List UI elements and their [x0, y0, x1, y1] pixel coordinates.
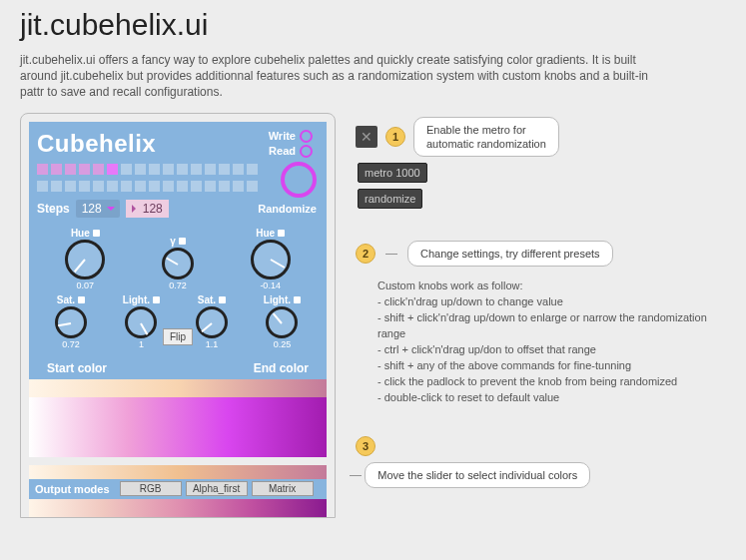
lock-icon[interactable] [179, 238, 186, 245]
step-1-badge: 1 [385, 127, 405, 147]
randomize-button[interactable] [281, 162, 317, 198]
panel-title: Cubehelix [37, 130, 156, 158]
randomize-message[interactable]: randomize [358, 189, 422, 209]
lock-icon[interactable] [78, 296, 85, 303]
lock-icon[interactable] [278, 230, 285, 237]
color-slider[interactable] [29, 465, 327, 479]
start-sat-knob[interactable] [55, 306, 87, 338]
ui-panel-frame: Cubehelix Write Read [20, 113, 336, 518]
lock-icon[interactable] [93, 230, 100, 237]
step-2-badge: 2 [356, 244, 375, 264]
metro-object[interactable]: metro 1000 [358, 163, 427, 183]
write-button[interactable]: Write [269, 130, 313, 143]
gradient-preview-3 [29, 499, 327, 517]
steps-output: 128 [126, 200, 169, 218]
knob-help-text: Custom knobs work as follow: - click'n'd… [377, 279, 726, 406]
randomize-label: Randomize [258, 203, 317, 215]
step-3-tooltip: Move the slider to select individual col… [365, 462, 590, 488]
mode-alpha-button[interactable]: Alpha_first [186, 481, 248, 496]
mode-rgb-button[interactable]: RGB [120, 481, 182, 496]
gamma-knob[interactable] [162, 248, 194, 280]
preset-row-2[interactable] [37, 181, 319, 192]
end-light-knob[interactable] [266, 306, 298, 338]
start-light-knob[interactable] [125, 306, 157, 338]
start-hue-knob[interactable]: .knob:after{transform:translateX(-50%) r… [65, 240, 105, 280]
lock-icon[interactable] [219, 296, 226, 303]
gradient-preview-1 [29, 379, 327, 397]
step-3-badge: 3 [356, 436, 375, 456]
circle-icon [300, 145, 313, 158]
flip-button[interactable]: Flip [163, 328, 193, 345]
lock-icon[interactable] [153, 296, 160, 303]
cubehelix-panel: Cubehelix Write Read [29, 122, 327, 517]
end-hue-knob[interactable] [251, 240, 291, 280]
preset-row-1[interactable] [37, 164, 319, 175]
end-sat-knob[interactable] [196, 306, 228, 338]
step-1-tooltip: Enable the metro for automatic randomiza… [413, 117, 559, 158]
gradient-preview-2 [29, 397, 327, 457]
lock-icon[interactable] [294, 296, 301, 303]
step-2-tooltip: Change settings, try different presets [407, 241, 613, 267]
page-title: jit.cubehelix.ui [20, 8, 726, 42]
mode-matrix-button[interactable]: Matrix [252, 481, 314, 496]
steps-label: Steps [37, 202, 70, 216]
circle-icon [300, 130, 313, 143]
start-color-label: Start color [47, 361, 107, 375]
steps-dropdown[interactable]: 128 [76, 200, 120, 218]
metro-toggle[interactable]: ✕ [356, 126, 377, 148]
page-description: jit.cubehelix.ui offers a fancy way to e… [20, 52, 659, 101]
read-button[interactable]: Read [269, 145, 313, 158]
end-color-label: End color [254, 361, 309, 375]
output-modes-label: Output modes [29, 483, 116, 495]
